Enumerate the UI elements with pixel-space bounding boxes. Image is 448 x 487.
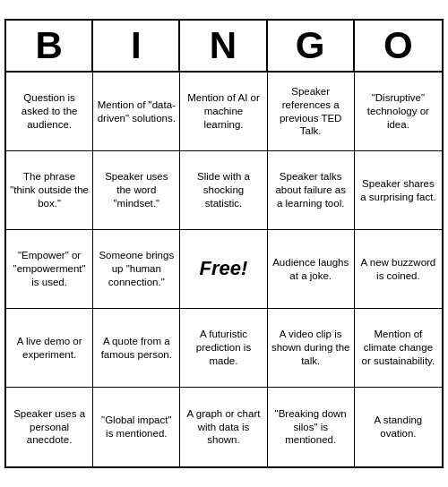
bingo-cell-r4c4[interactable]: A video clip is shown during the talk.: [268, 309, 355, 388]
bingo-cell-r3c2[interactable]: Someone brings up "human connection.": [93, 230, 180, 309]
bingo-cell-r3c4[interactable]: Audience laughs at a joke.: [268, 230, 355, 309]
bingo-card: BINGO Question is asked to the audience.…: [4, 19, 444, 468]
bingo-cell-text-r3c3: Free!: [200, 256, 248, 282]
bingo-cell-text-r1c5: "Disruptive" technology or idea.: [358, 91, 438, 132]
bingo-cell-r1c2[interactable]: Mention of "data-driven" solutions.: [93, 73, 180, 151]
bingo-cell-text-r3c2: Someone brings up "human connection.": [97, 249, 176, 289]
bingo-cell-text-r5c2: "Global impact" is mentioned.: [97, 414, 176, 440]
header-letter-b: B: [6, 21, 93, 71]
bingo-cell-text-r5c5: A standing ovation.: [358, 414, 438, 440]
header-letter-i: I: [93, 21, 180, 71]
bingo-cell-r3c1[interactable]: "Empower" or "empowerment" is used.: [6, 230, 93, 309]
bingo-cell-r2c2[interactable]: Speaker uses the word "mindset.": [93, 151, 180, 230]
bingo-cell-r3c3[interactable]: Free!: [180, 230, 267, 309]
bingo-cell-r1c5[interactable]: "Disruptive" technology or idea.: [355, 73, 442, 151]
bingo-cell-text-r5c3: A graph or chart with data is shown.: [184, 407, 263, 448]
bingo-cell-text-r3c4: Audience laughs at a joke.: [271, 256, 350, 283]
bingo-cell-r2c3[interactable]: Slide with a shocking statistic.: [180, 151, 267, 230]
bingo-cell-r2c4[interactable]: Speaker talks about failure as a learnin…: [268, 151, 355, 230]
header-letter-o: O: [355, 21, 442, 71]
bingo-cell-r1c3[interactable]: Mention of AI or machine learning.: [180, 73, 267, 151]
bingo-cell-r4c3[interactable]: A futuristic prediction is made.: [180, 309, 267, 388]
bingo-cell-r1c1[interactable]: Question is asked to the audience.: [6, 73, 93, 151]
bingo-cell-text-r2c3: Slide with a shocking statistic.: [184, 170, 263, 210]
bingo-cell-text-r1c4: Speaker references a previous TED Talk.: [271, 85, 350, 139]
bingo-cell-r5c1[interactable]: Speaker uses a personal anecdote.: [6, 388, 93, 466]
bingo-cell-text-r2c4: Speaker talks about failure as a learnin…: [271, 170, 350, 210]
bingo-cell-text-r4c4: A video clip is shown during the talk.: [271, 328, 350, 368]
bingo-cell-text-r5c1: Speaker uses a personal anecdote.: [10, 407, 89, 448]
bingo-cell-r4c1[interactable]: A live demo or experiment.: [6, 309, 93, 388]
bingo-cell-r3c5[interactable]: A new buzzword is coined.: [355, 230, 442, 309]
bingo-cell-r5c4[interactable]: "Breaking down silos" is mentioned.: [268, 388, 355, 466]
bingo-cell-text-r2c2: Speaker uses the word "mindset.": [97, 170, 176, 210]
header-letter-g: G: [268, 21, 355, 71]
bingo-cell-text-r2c1: The phrase "think outside the box.": [10, 170, 89, 210]
bingo-cell-text-r4c3: A futuristic prediction is made.: [184, 328, 263, 368]
bingo-cell-r2c1[interactable]: The phrase "think outside the box.": [6, 151, 93, 230]
header-letter-n: N: [180, 21, 267, 71]
bingo-cell-text-r1c1: Question is asked to the audience.: [10, 91, 89, 132]
bingo-cell-r5c2[interactable]: "Global impact" is mentioned.: [93, 388, 180, 466]
bingo-grid: Question is asked to the audience.Mentio…: [6, 73, 442, 466]
bingo-cell-r5c3[interactable]: A graph or chart with data is shown.: [180, 388, 267, 466]
bingo-cell-text-r4c1: A live demo or experiment.: [10, 335, 89, 362]
bingo-header: BINGO: [6, 21, 442, 73]
bingo-cell-text-r4c2: A quote from a famous person.: [97, 335, 176, 362]
bingo-cell-r4c2[interactable]: A quote from a famous person.: [93, 309, 180, 388]
bingo-cell-text-r3c1: "Empower" or "empowerment" is used.: [10, 249, 89, 289]
bingo-cell-r4c5[interactable]: Mention of climate change or sustainabil…: [355, 309, 442, 388]
bingo-cell-text-r5c4: "Breaking down silos" is mentioned.: [271, 407, 350, 448]
bingo-cell-text-r2c5: Speaker shares a surprising fact.: [358, 177, 438, 204]
bingo-cell-r5c5[interactable]: A standing ovation.: [355, 388, 442, 466]
bingo-cell-r1c4[interactable]: Speaker references a previous TED Talk.: [268, 73, 355, 151]
bingo-cell-r2c5[interactable]: Speaker shares a surprising fact.: [355, 151, 442, 230]
bingo-cell-text-r1c3: Mention of AI or machine learning.: [184, 91, 263, 132]
bingo-cell-text-r3c5: A new buzzword is coined.: [358, 256, 438, 283]
bingo-cell-text-r1c2: Mention of "data-driven" solutions.: [97, 98, 176, 125]
bingo-cell-text-r4c5: Mention of climate change or sustainabil…: [358, 328, 438, 368]
